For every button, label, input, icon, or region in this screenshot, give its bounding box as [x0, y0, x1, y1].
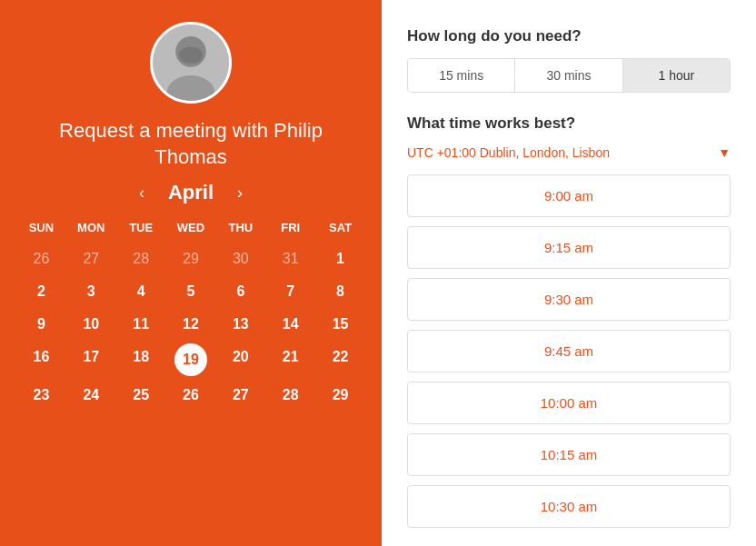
- calendar-day-header: THU: [215, 217, 265, 238]
- time-slot[interactable]: 9:30 am: [407, 278, 731, 321]
- calendar-day[interactable]: 17: [66, 343, 116, 376]
- time-slot[interactable]: 10:30 am: [407, 485, 731, 528]
- calendar-day-header: TUE: [116, 217, 166, 238]
- timezone-row[interactable]: UTC +01:00 Dublin, London, Lisbon ▼: [407, 145, 731, 160]
- calendar-day[interactable]: 9: [16, 311, 66, 338]
- calendar-day-other: 28: [116, 245, 166, 273]
- duration-title: How long do you need?: [407, 27, 731, 45]
- calendar-day-other: 31: [265, 245, 315, 273]
- calendar-day-other: 29: [166, 245, 216, 273]
- calendar-grid: 2627282930311234567891011121314151617181…: [16, 245, 365, 409]
- calendar-day-other: 30: [215, 245, 265, 273]
- calendar-day[interactable]: 3: [66, 278, 116, 305]
- time-title: What time works best?: [407, 114, 731, 133]
- calendar-day[interactable]: 4: [116, 278, 166, 305]
- calendar-day[interactable]: 2: [16, 278, 66, 305]
- duration-button[interactable]: 15 mins: [408, 59, 515, 92]
- right-panel: How long do you need? 15 mins30 mins1 ho…: [382, 0, 756, 546]
- calendar-day[interactable]: 23: [16, 382, 66, 409]
- calendar-day-header: WED: [166, 217, 216, 238]
- calendar-day-header: MON: [66, 217, 116, 238]
- time-slot[interactable]: 9:00 am: [407, 174, 731, 217]
- calendar-day[interactable]: 15: [315, 311, 365, 338]
- calendar-day[interactable]: 16: [16, 343, 66, 376]
- calendar-day[interactable]: 20: [215, 343, 265, 376]
- left-panel: Request a meeting with Philip Thomas ‹ A…: [0, 0, 382, 546]
- calendar-day[interactable]: 28: [265, 382, 315, 409]
- calendar-day[interactable]: 27: [215, 382, 265, 409]
- calendar-day[interactable]: 8: [315, 278, 365, 305]
- prev-month-button[interactable]: ‹: [134, 182, 150, 204]
- calendar-day-selected[interactable]: 19: [174, 343, 207, 376]
- month-nav: ‹ April ›: [134, 181, 248, 204]
- calendar-day[interactable]: 24: [66, 382, 116, 409]
- calendar-day[interactable]: 26: [166, 382, 216, 409]
- calendar-day-header: FRI: [265, 217, 315, 238]
- calendar-day[interactable]: 5: [166, 278, 216, 305]
- chevron-down-icon: ▼: [718, 145, 731, 160]
- calendar-day[interactable]: 22: [315, 343, 365, 376]
- time-slots-container: 9:00 am9:15 am9:30 am9:45 am10:00 am10:1…: [407, 174, 731, 528]
- calendar-day[interactable]: 11: [116, 311, 166, 338]
- next-month-button[interactable]: ›: [232, 182, 248, 204]
- calendar-day-other: 26: [16, 245, 66, 273]
- duration-button[interactable]: 30 mins: [515, 59, 622, 92]
- time-slot[interactable]: 10:00 am: [407, 382, 731, 424]
- duration-button[interactable]: 1 hour: [623, 59, 730, 92]
- calendar-day[interactable]: 21: [265, 343, 315, 376]
- calendar-day[interactable]: 10: [66, 311, 116, 338]
- calendar-day[interactable]: 13: [215, 311, 265, 338]
- timezone-label: UTC +01:00 Dublin, London, Lisbon: [407, 145, 610, 160]
- meeting-title: Request a meeting with Philip Thomas: [9, 118, 373, 170]
- calendar-day[interactable]: 7: [265, 278, 315, 305]
- calendar-day[interactable]: 29: [315, 382, 365, 409]
- calendar-day[interactable]: 18: [116, 343, 166, 376]
- calendar-day[interactable]: 25: [116, 382, 166, 409]
- calendar-day-other: 27: [66, 245, 116, 273]
- time-slot[interactable]: 9:45 am: [407, 330, 731, 372]
- calendar-day[interactable]: 14: [265, 311, 315, 338]
- calendar-day-header: SAT: [315, 217, 365, 238]
- duration-buttons: 15 mins30 mins1 hour: [407, 58, 731, 93]
- avatar: [150, 22, 232, 104]
- calendar-day[interactable]: 1: [315, 245, 365, 273]
- calendar-day[interactable]: 12: [166, 311, 216, 338]
- svg-point-2: [179, 46, 203, 64]
- time-slot[interactable]: 10:15 am: [407, 433, 731, 476]
- calendar: SUNMONTUEWEDTHUFRISAT 262728293031123456…: [9, 217, 373, 409]
- calendar-header: SUNMONTUEWEDTHUFRISAT: [16, 217, 365, 238]
- month-label: April: [168, 181, 214, 204]
- calendar-day-header: SUN: [16, 217, 66, 238]
- time-slot[interactable]: 9:15 am: [407, 226, 731, 269]
- calendar-day[interactable]: 6: [215, 278, 265, 305]
